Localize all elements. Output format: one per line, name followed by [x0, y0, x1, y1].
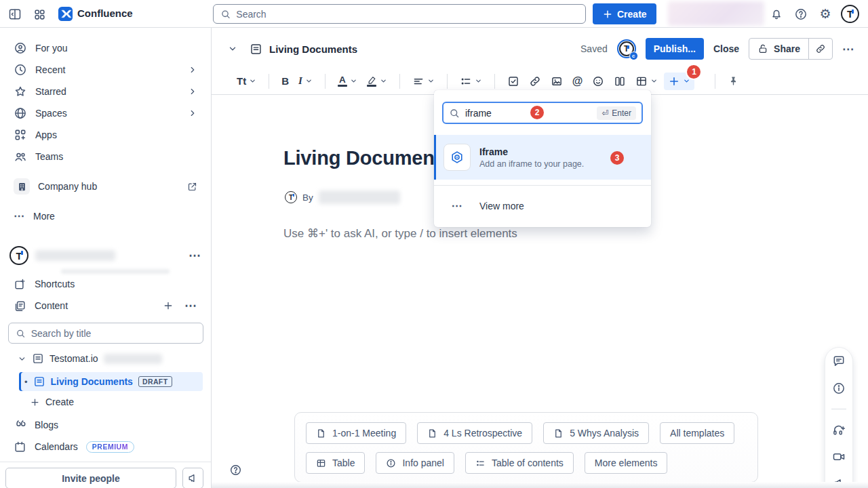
- chevron-down-icon[interactable]: [18, 354, 26, 363]
- draft-badge: DRAFT: [138, 376, 172, 387]
- annotation-step-2: 2: [530, 106, 544, 119]
- element-toc-button[interactable]: Table of contents: [465, 452, 574, 474]
- lock-open-icon: [757, 43, 768, 54]
- template-5-whys-analysis[interactable]: 5 Whys Analysis: [543, 422, 649, 444]
- tree-create-button[interactable]: Create: [5, 392, 205, 411]
- insert-link-button[interactable]: [526, 73, 545, 90]
- task-button[interactable]: [504, 73, 523, 90]
- presence-avatar[interactable]: T c: [617, 39, 636, 58]
- insert-search[interactable]: 2 ⏎ Enter: [442, 102, 643, 124]
- space-suffix-redacted: [104, 354, 162, 364]
- notifications-button[interactable]: [768, 6, 785, 22]
- element-label: More elements: [595, 458, 658, 468]
- table-button[interactable]: [632, 73, 661, 90]
- italic-button[interactable]: I: [295, 73, 316, 89]
- sidebar-item-starred[interactable]: Starred: [5, 81, 205, 102]
- user-avatar[interactable]: T: [841, 5, 859, 23]
- feedback-button[interactable]: [182, 468, 203, 488]
- highlight-button[interactable]: [363, 73, 391, 89]
- settings-button[interactable]: ⚙: [817, 5, 833, 22]
- close-button[interactable]: Close: [713, 43, 739, 54]
- insert-dropdown: 2 ⏎ Enter Iframe Add an iframe to your p…: [434, 90, 651, 227]
- create-button[interactable]: Create: [593, 3, 656, 24]
- chevron-right-icon: [188, 87, 197, 96]
- sidebar-item-company-hub[interactable]: Company hub: [5, 176, 205, 197]
- emoji-button[interactable]: [589, 73, 608, 90]
- collapse-sidebar-button[interactable]: [7, 6, 23, 22]
- insert-search-input[interactable]: [465, 108, 540, 119]
- text-color-button[interactable]: A: [334, 73, 361, 90]
- text-color-icon: A: [338, 75, 347, 87]
- sidebar-item-spaces[interactable]: Spaces: [5, 102, 205, 124]
- publish-button[interactable]: Publish...: [646, 38, 704, 60]
- more-elements-button[interactable]: More elements: [585, 452, 668, 474]
- pin-toolbar-button[interactable]: [724, 73, 743, 89]
- enter-hint: ⏎ Enter: [597, 106, 636, 120]
- bottom-fade: [212, 482, 868, 488]
- text-style-button[interactable]: Tt: [233, 73, 260, 89]
- sidebar-item-calendars[interactable]: Calendars PREMIUM: [5, 436, 205, 458]
- create-button-label: Create: [617, 9, 647, 20]
- tree-item-space[interactable]: Testomat.io: [5, 349, 205, 368]
- sidebar-item-label: More: [33, 211, 55, 222]
- copy-link-button[interactable]: [808, 39, 832, 59]
- template-1on1-meeting[interactable]: 1-on-1 Meeting: [306, 422, 406, 444]
- sidebar-item-label: Company hub: [38, 181, 97, 192]
- app-switcher-button[interactable]: [31, 6, 47, 22]
- header-more-icon[interactable]: ⋯: [842, 43, 854, 55]
- insert-elements-button[interactable]: 1: [664, 73, 694, 90]
- mention-button[interactable]: @: [569, 73, 587, 90]
- view-more-label: View more: [479, 201, 524, 211]
- alignment-button[interactable]: [409, 73, 438, 90]
- details-button[interactable]: [832, 382, 846, 395]
- element-info-panel-button[interactable]: Info panel: [376, 452, 454, 474]
- bold-button[interactable]: B: [278, 73, 292, 89]
- page-icon: [250, 43, 262, 56]
- layouts-button[interactable]: [610, 73, 629, 90]
- insert-result-iframe[interactable]: Iframe Add an iframe to your page. 3: [434, 135, 651, 180]
- list-button[interactable]: [456, 73, 486, 90]
- quote-icon: [14, 419, 26, 432]
- editor-placeholder[interactable]: Use ⌘+' to ask AI, or type / to insert e…: [283, 226, 517, 241]
- workspace-more-icon[interactable]: ⋯: [189, 249, 201, 262]
- sidebar-item-for-you[interactable]: For you: [5, 37, 205, 59]
- audio-button[interactable]: [832, 423, 846, 436]
- template-label: 5 Whys Analysis: [570, 428, 639, 439]
- workspace-header[interactable]: T ⋯: [5, 244, 205, 267]
- sidebar-item-more[interactable]: ⋯ More: [5, 205, 205, 227]
- global-search-input[interactable]: [236, 9, 578, 20]
- all-templates-button[interactable]: All templates: [660, 422, 734, 444]
- sidebar-item-blogs[interactable]: Blogs: [5, 414, 205, 436]
- content-more-icon[interactable]: ⋯: [184, 300, 197, 312]
- ellipsis-icon: ⋯: [443, 199, 471, 212]
- video-button[interactable]: [832, 450, 846, 464]
- sidebar-item-apps[interactable]: Apps: [5, 124, 205, 146]
- element-table-button[interactable]: Table: [306, 452, 365, 474]
- invite-people-button[interactable]: Invite people: [5, 468, 176, 488]
- template-label: 4 Ls Retrospective: [443, 428, 522, 439]
- comments-button[interactable]: [832, 354, 846, 368]
- search-icon: [449, 108, 460, 119]
- sidebar-item-teams[interactable]: Teams: [5, 146, 205, 167]
- toc-list-icon: [475, 458, 486, 468]
- add-content-icon[interactable]: [163, 300, 174, 311]
- page-title[interactable]: Living Documents: [283, 147, 452, 169]
- sidebar-item-content[interactable]: Content ⋯: [5, 295, 205, 317]
- document-title[interactable]: Living Documents: [269, 43, 357, 55]
- insert-image-button[interactable]: [547, 73, 566, 90]
- breadcrumb-chevron-icon[interactable]: [228, 44, 237, 54]
- chevron-down-icon: [427, 77, 435, 85]
- content-search-input[interactable]: [31, 328, 196, 339]
- editor-help-button[interactable]: [229, 464, 242, 476]
- share-button[interactable]: Share: [749, 39, 808, 59]
- global-search[interactable]: [213, 4, 586, 24]
- help-button[interactable]: [793, 6, 809, 22]
- sidebar-item-shortcuts[interactable]: Shortcuts: [5, 273, 205, 295]
- content-search[interactable]: [8, 323, 203, 344]
- template-4ls-retrospective[interactable]: 4 Ls Retrospective: [417, 422, 532, 444]
- sidebar-item-recent[interactable]: Recent: [5, 59, 205, 81]
- tree-item-page-selected[interactable]: • Living Documents DRAFT: [19, 372, 203, 391]
- sidebar-item-label: Starred: [35, 86, 66, 97]
- confluence-logo[interactable]: [58, 6, 73, 22]
- view-more-item[interactable]: ⋯ View more: [434, 191, 651, 222]
